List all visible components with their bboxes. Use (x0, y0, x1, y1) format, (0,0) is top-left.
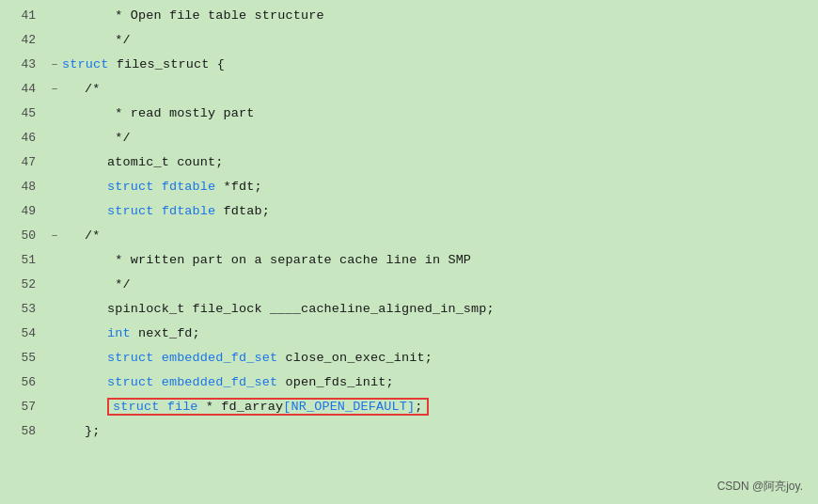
code-line: 52 */ (0, 276, 818, 301)
code-line: 43−struct files_struct { (0, 56, 818, 81)
code-line: 48struct fdtable *fdt; (0, 179, 818, 203)
line-number: 49 (0, 204, 47, 218)
line-number: 48 (0, 180, 47, 194)
line-number: 58 (0, 424, 47, 438)
code-content: * Open file table structure (62, 8, 818, 23)
code-line: 46 */ (0, 130, 818, 154)
line-number: 55 (0, 351, 47, 365)
fold-icon[interactable]: − (47, 59, 62, 71)
code-content: * read mostly part (62, 106, 818, 120)
code-content: struct fdtable fdtab; (62, 204, 818, 218)
line-number: 43 (0, 57, 47, 71)
code-content: * written part on a separate cache line … (62, 253, 818, 267)
code-content: struct embedded_fd_set close_on_exec_ini… (62, 351, 818, 365)
code-line: 45 * read mostly part (0, 105, 818, 130)
code-line: 49struct fdtable fdtab; (0, 203, 818, 228)
code-line: 53spinlock_t file_lock ____cacheline_ali… (0, 301, 818, 325)
code-line: 58}; (0, 423, 818, 448)
code-content: */ (62, 33, 818, 47)
line-number: 56 (0, 375, 47, 389)
code-content: */ (62, 277, 818, 291)
code-content: atomic_t count; (62, 155, 818, 169)
code-line: 42 */ (0, 32, 818, 56)
code-content: /* (62, 82, 818, 96)
code-content: struct fdtable *fdt; (62, 180, 818, 194)
line-number: 57 (0, 400, 47, 414)
line-number: 46 (0, 131, 47, 145)
code-content: int next_fd; (62, 326, 818, 340)
code-line: 51 * written part on a separate cache li… (0, 252, 818, 276)
fold-icon[interactable]: − (47, 230, 62, 242)
line-number: 45 (0, 106, 47, 120)
code-content: struct file * fd_array[NR_OPEN_DEFAULT]; (62, 400, 818, 414)
line-number: 42 (0, 33, 47, 47)
code-content: }; (62, 424, 818, 438)
line-number: 53 (0, 302, 47, 316)
code-line: 57struct file * fd_array[NR_OPEN_DEFAULT… (0, 399, 818, 423)
line-number: 54 (0, 326, 47, 340)
code-line: 44−/* (0, 81, 818, 105)
code-line: 47atomic_t count; (0, 154, 818, 179)
code-content: spinlock_t file_lock ____cacheline_align… (62, 302, 818, 316)
code-content: */ (62, 131, 818, 145)
line-number: 47 (0, 155, 47, 169)
code-container: 41 * Open file table structure42 */43−st… (0, 0, 818, 504)
code-content: /* (62, 228, 818, 243)
code-line: 41 * Open file table structure (0, 8, 818, 32)
line-number: 41 (0, 8, 47, 23)
line-number: 51 (0, 253, 47, 267)
code-line: 56struct embedded_fd_set open_fds_init; (0, 374, 818, 399)
fold-icon[interactable]: − (47, 84, 62, 95)
code-line: 50−/* (0, 228, 818, 252)
code-line: 55struct embedded_fd_set close_on_exec_i… (0, 350, 818, 374)
line-number: 50 (0, 228, 47, 243)
line-number: 44 (0, 82, 47, 96)
line-number: 52 (0, 277, 47, 291)
watermark: CSDN @阿亮joy. (717, 479, 803, 495)
code-content: struct files_struct { (62, 57, 818, 71)
code-line: 54int next_fd; (0, 325, 818, 350)
code-content: struct embedded_fd_set open_fds_init; (62, 375, 818, 389)
